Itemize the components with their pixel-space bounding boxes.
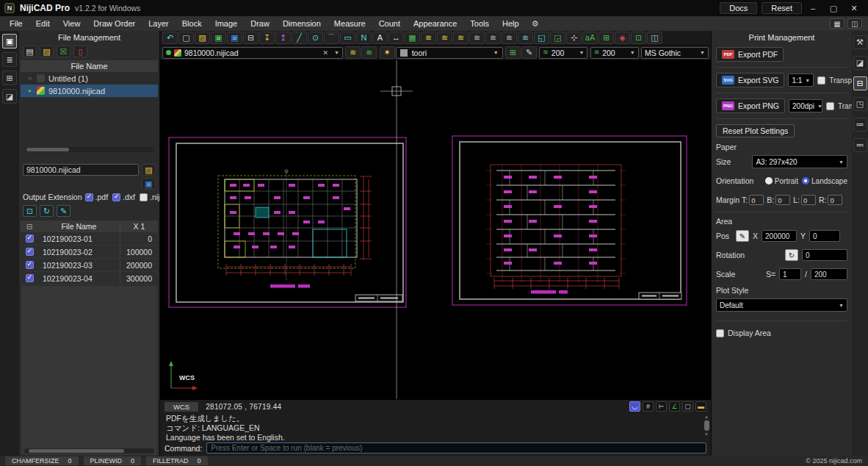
delete-file-icon[interactable]: ▯: [73, 46, 87, 57]
export-png-button[interactable]: PNG Export PNG: [716, 98, 785, 113]
pos-x-input[interactable]: [762, 230, 797, 242]
image-export-icon[interactable]: ◪: [853, 56, 867, 70]
scroll-down-icon[interactable]: ▼: [704, 432, 709, 437]
command-input[interactable]: [206, 442, 706, 454]
pos-y-input[interactable]: [809, 230, 840, 242]
polar-icon[interactable]: ∠: [669, 401, 680, 412]
linetype-scale-combo[interactable]: ≋ 200: [539, 47, 587, 59]
wcs-button[interactable]: WCS: [164, 402, 198, 412]
table-row[interactable]: 102190023-03 200000: [21, 259, 158, 272]
system-variable-button[interactable]: CHAMFERSIZE0: [5, 456, 79, 465]
circle-icon[interactable]: ⊙: [308, 32, 323, 44]
image-icon[interactable]: ▦: [405, 32, 420, 44]
layer-new-icon[interactable]: ≋: [361, 46, 377, 59]
scale-denominator-input[interactable]: [811, 268, 847, 280]
system-variable-button[interactable]: FILLETRAD0: [146, 456, 208, 465]
menu-appearance[interactable]: Appearance: [407, 18, 463, 29]
margin-input[interactable]: [828, 195, 842, 205]
margin-input[interactable]: [749, 195, 764, 205]
rotation-input[interactable]: [802, 249, 847, 261]
panel-layout-icon[interactable]: ◫: [847, 18, 862, 29]
print-icon[interactable]: ⊟: [243, 32, 258, 44]
pick-rotation-icon[interactable]: ↻: [785, 249, 798, 261]
font-selector[interactable]: MS Gothic: [641, 47, 709, 59]
menu-dimension[interactable]: Dimension: [276, 18, 328, 29]
row-checkbox[interactable]: [26, 234, 34, 243]
paper-size-select[interactable]: A3: 297x420: [752, 155, 847, 168]
new-file-icon[interactable]: ▢: [178, 32, 194, 44]
scale-numerator-input[interactable]: [779, 268, 801, 280]
import-icon[interactable]: ↧: [259, 32, 275, 44]
text-icon[interactable]: A: [372, 32, 388, 44]
edit-plot-icon[interactable]: ✎: [57, 205, 70, 217]
text-style-icon[interactable]: aA: [582, 32, 598, 44]
grid-icon[interactable]: #: [643, 401, 654, 412]
layer-freeze-icon[interactable]: ≋: [518, 32, 533, 44]
polyline-icon[interactable]: N: [356, 32, 372, 44]
close-document-icon[interactable]: [323, 49, 329, 57]
file-list-scrollbar[interactable]: [25, 147, 153, 152]
browse-folder-icon[interactable]: ▨: [142, 164, 156, 176]
row-checkbox[interactable]: [26, 248, 34, 256]
maximize-button[interactable]: ▢: [824, 1, 843, 15]
named-views-icon[interactable]: ◈: [615, 32, 630, 44]
docs-button[interactable]: Docs: [720, 2, 757, 14]
row-checkbox[interactable]: [26, 274, 34, 282]
viewport-icon[interactable]: ⊞: [598, 32, 614, 44]
display-area-checkbox[interactable]: [716, 329, 724, 337]
display-icon[interactable]: ⊡: [631, 32, 646, 44]
table-scrollbar[interactable]: [24, 448, 154, 454]
minimize-button[interactable]: –: [803, 1, 822, 15]
close-file-icon[interactable]: ☒: [57, 46, 70, 57]
document-selector[interactable]: 9810000.nijicad: [162, 47, 343, 59]
close-button[interactable]: ✕: [845, 1, 864, 15]
line-icon[interactable]: ╱: [292, 32, 307, 44]
extension-checkbox[interactable]: [112, 193, 120, 201]
menu-measure[interactable]: Measure: [328, 18, 372, 29]
margin-input[interactable]: [775, 195, 790, 205]
reset-plot-settings-button[interactable]: Reset Plot Settings: [716, 124, 795, 137]
menu-tools[interactable]: Tools: [463, 18, 496, 29]
ucs-icon[interactable]: ⊹: [566, 32, 582, 44]
svg-transparent-checkbox[interactable]: [817, 76, 825, 85]
layer-selector[interactable]: toori: [396, 47, 503, 59]
rectangle-icon[interactable]: ▭: [340, 32, 355, 44]
image-panel-icon[interactable]: ◪: [2, 89, 17, 104]
table-row[interactable]: 102190023-01 0: [21, 232, 158, 245]
table-row[interactable]: 102190023-04 300000: [21, 272, 158, 285]
menu-draw-order[interactable]: Draw Order: [87, 18, 142, 29]
dimension-scale-combo[interactable]: ≋ 200: [590, 47, 639, 59]
png-transparent-checkbox[interactable]: [826, 102, 834, 110]
layers-panel-icon[interactable]: ≣: [2, 52, 17, 67]
plot-settings-icon[interactable]: ≔: [853, 118, 867, 132]
file-list-item[interactable]: ● 9810000.nijicad: [21, 85, 158, 97]
export-pdf-button[interactable]: PDF Export PDF: [716, 47, 784, 62]
blocks-icon[interactable]: ⊞: [505, 46, 521, 59]
block-attribute-icon[interactable]: ◲: [550, 32, 565, 44]
blocks-panel-icon[interactable]: ⊞: [2, 71, 17, 85]
arc-icon[interactable]: ⌒: [324, 32, 339, 44]
system-variable-button[interactable]: PLINEWID0: [84, 456, 142, 465]
settings-gear-icon[interactable]: ⚙: [526, 18, 545, 30]
layer-remove-icon[interactable]: ≋: [453, 32, 469, 44]
svg-scale-select[interactable]: 1:1: [788, 74, 814, 87]
layer-state-icon[interactable]: ≋: [502, 32, 517, 44]
snap-icon[interactable]: ◡: [629, 401, 640, 412]
portrait-radio[interactable]: [765, 177, 773, 184]
layer-new-icon[interactable]: ≋: [485, 32, 501, 44]
layer-properties-icon[interactable]: ≋: [421, 32, 436, 44]
open-icon[interactable]: ▨: [195, 32, 210, 44]
export-icon[interactable]: ↥: [275, 32, 291, 44]
landscape-radio[interactable]: [802, 177, 809, 184]
pick-point-icon[interactable]: ✎: [736, 230, 749, 242]
layer-add-icon[interactable]: ≋: [437, 32, 452, 44]
drawing-canvas[interactable]: WCS: [160, 60, 711, 399]
preferences-icon[interactable]: ≕: [853, 138, 867, 152]
menu-image[interactable]: Image: [209, 18, 245, 29]
menu-block[interactable]: Block: [176, 18, 209, 29]
layer-properties-icon[interactable]: ≋: [345, 46, 361, 59]
file-management-panel-icon[interactable]: ▣: [2, 34, 17, 49]
table-row[interactable]: 102190023-02 100000: [21, 245, 158, 259]
block-icon[interactable]: ◱: [534, 32, 549, 44]
ortho-icon[interactable]: ⊢: [656, 401, 667, 412]
